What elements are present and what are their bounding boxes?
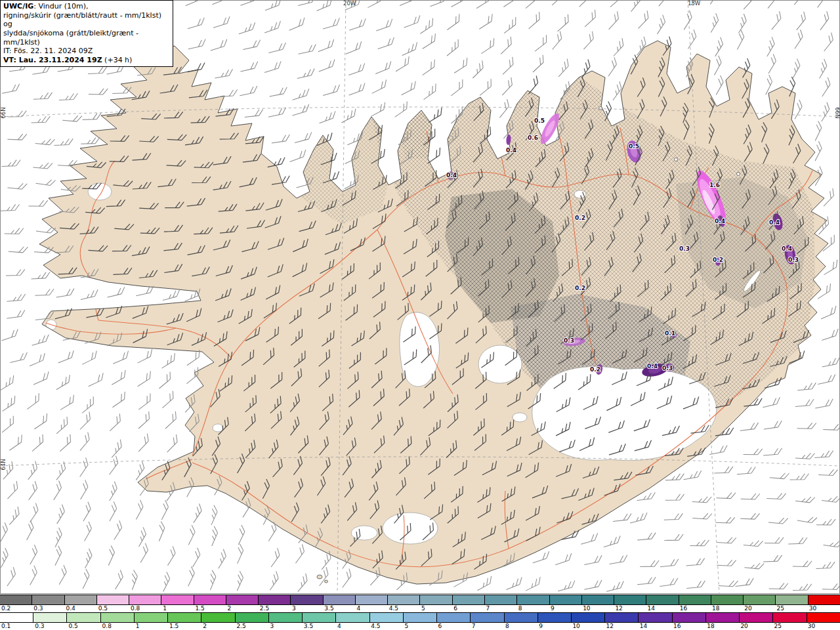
- colorbar-segment: [335, 613, 369, 622]
- colorbar-tick-label: 5: [421, 605, 425, 612]
- colorbar-tick-label: 2: [228, 605, 232, 612]
- colorbar-tick-label: 4: [357, 605, 361, 612]
- precip-value-label: 0.2: [590, 366, 600, 373]
- colorbar-segment: [161, 595, 193, 604]
- colorbar-segment: [772, 613, 806, 622]
- colorbar-tick-label: 0.5: [98, 605, 108, 612]
- info-line-sleet: slydda/snjókoma (grátt/bleikt/grænt - mm…: [3, 29, 169, 47]
- colorbar-segment: [743, 595, 775, 604]
- colorbar-tick-label: 25: [774, 623, 782, 629]
- colorbar-tick-label: 6: [453, 605, 457, 612]
- precip-value-label: 0.4: [647, 363, 658, 369]
- glacier-hofsjokull: [478, 345, 522, 383]
- colorbar-tick-label: 0.3: [33, 605, 43, 612]
- colorbar-segment: [33, 613, 66, 622]
- precip-value-label: 0.3: [564, 337, 574, 344]
- precip-value-label: 0.6: [528, 135, 538, 141]
- colorbar-tick-label: 18: [707, 623, 714, 629]
- glacier-myrdalsjokull: [383, 513, 438, 544]
- colorbar-segment: [323, 595, 355, 604]
- chart-info-box: UWC/IG: Vindur (10m), rigning/skúrir (gr…: [0, 0, 173, 67]
- precip-value-label: 0.4: [446, 172, 457, 178]
- parallel-label: 66N: [0, 107, 7, 118]
- colorbar-segment: [638, 613, 671, 622]
- colorbar-segment: [96, 595, 129, 604]
- colorbar-tick-label: 2.5: [260, 605, 269, 612]
- parallel-label: 64N: [0, 459, 7, 470]
- colorbar-segment: [258, 595, 290, 604]
- product-code: UWC/IG: [3, 2, 33, 10]
- colorbar-segment: [66, 613, 100, 622]
- colorbar-segment: [581, 595, 614, 604]
- meridian-label: 20W: [343, 0, 356, 7]
- colorbar-tick-label: 25: [777, 605, 784, 612]
- colorbar-tick-label: 2: [203, 623, 207, 629]
- colorbar-segment: [705, 613, 739, 622]
- colorbar-segment: [516, 595, 549, 604]
- colorbar-segment: [167, 613, 201, 622]
- colorbar-segment: [355, 595, 387, 604]
- colorbar-tick-label: 6: [438, 623, 442, 629]
- colorbar-segment: [452, 595, 484, 604]
- colorbar-segment: [302, 613, 335, 622]
- colorbar-segment: [672, 613, 705, 622]
- colorbar-segment: [808, 595, 840, 604]
- colorbar-segment: [484, 595, 516, 604]
- colorbar-segment: [679, 595, 711, 604]
- colorbar-segment: [470, 613, 503, 622]
- precip-value-label: 0.1: [665, 330, 675, 337]
- colorbar-tick-label: 3.5: [304, 623, 313, 629]
- colorbar-segment: [436, 613, 470, 622]
- weather-map: 0.50.60.40.40.51.60.40.20.30.20.40.40.30…: [0, 0, 840, 594]
- precip-value-label: 0.3: [679, 245, 690, 252]
- colorbar-tick-label: 16: [673, 623, 681, 629]
- colorbar-segment: [403, 613, 436, 622]
- colorbar-tick-label: 9: [551, 605, 555, 612]
- colorbar-segment: [235, 613, 268, 622]
- colorbar-tick-label: 10: [583, 605, 590, 612]
- meridian-label: 15W: [688, 0, 701, 7]
- precip-value-label: 0.2: [575, 285, 585, 291]
- colorbar-segment: [134, 613, 167, 622]
- precip-value-label: 0.5: [534, 117, 545, 124]
- parallel-label: 66N: [834, 107, 840, 118]
- colorbar-tick-label: 5: [404, 623, 408, 629]
- colorbar-tick-label: 3.5: [324, 605, 333, 612]
- colorbar-tick-label: 2.5: [236, 623, 245, 629]
- colorbar-sleet-snow-labels: 0.20.30.40.50.811.522.533.544.5567891012…: [0, 605, 840, 612]
- colorbar-tick-label: 1: [136, 623, 140, 629]
- info-line-init-time: IT: Fös. 22. 11. 2024 09Z: [3, 47, 169, 56]
- colorbar-segment: [194, 595, 226, 604]
- precip-value-label: 0.2: [713, 257, 723, 263]
- colorbar-tick-label: 18: [712, 605, 719, 612]
- precip-value-label: 0.3: [662, 365, 673, 371]
- colorbar-tick-label: 4.5: [389, 605, 398, 612]
- colorbar-tick-label: 8: [505, 623, 509, 629]
- colorbar-tick-label: 1: [163, 605, 167, 612]
- colorbar-tick-label: 30: [809, 605, 816, 612]
- colorbar-tick-label: 0.4: [66, 605, 75, 612]
- colorbar-segment: [549, 595, 581, 604]
- precip-value-label: 0.3: [788, 257, 799, 263]
- colorbar-tick-label: 0.1: [1, 623, 10, 629]
- colorbar-segment: [100, 613, 134, 622]
- colorbar-tick-label: 30: [808, 623, 815, 629]
- precip-value-label: 1.6: [709, 182, 720, 188]
- map-canvas: 0.50.60.40.40.51.60.40.20.30.20.40.40.30…: [0, 0, 840, 594]
- colorbar-segment: [537, 613, 571, 622]
- colorbar-tick-label: 0.8: [131, 605, 140, 612]
- colorbar-tick-label: 3: [292, 605, 296, 612]
- colorbar-tick-label: 7: [472, 623, 476, 629]
- info-line-valid-time: VT: Lau. 23.11.2024 19Z (+34 h): [3, 56, 169, 65]
- colorbar-sleet-snow: [0, 595, 840, 605]
- colorbar-tick-label: 0.5: [68, 623, 77, 629]
- colorbar-tick-label: 0.2: [1, 605, 10, 612]
- colorbar-segment: [807, 613, 840, 622]
- colorbar-tick-label: 8: [518, 605, 522, 612]
- colorbar-segment: [369, 613, 403, 622]
- colorbar-segment: [604, 613, 638, 622]
- colorbar-segment: [0, 595, 32, 604]
- glacier-eyjafjallajokull: [351, 526, 377, 540]
- colorbar-segment: [64, 595, 96, 604]
- colorbar-tick-label: 1.5: [195, 605, 204, 612]
